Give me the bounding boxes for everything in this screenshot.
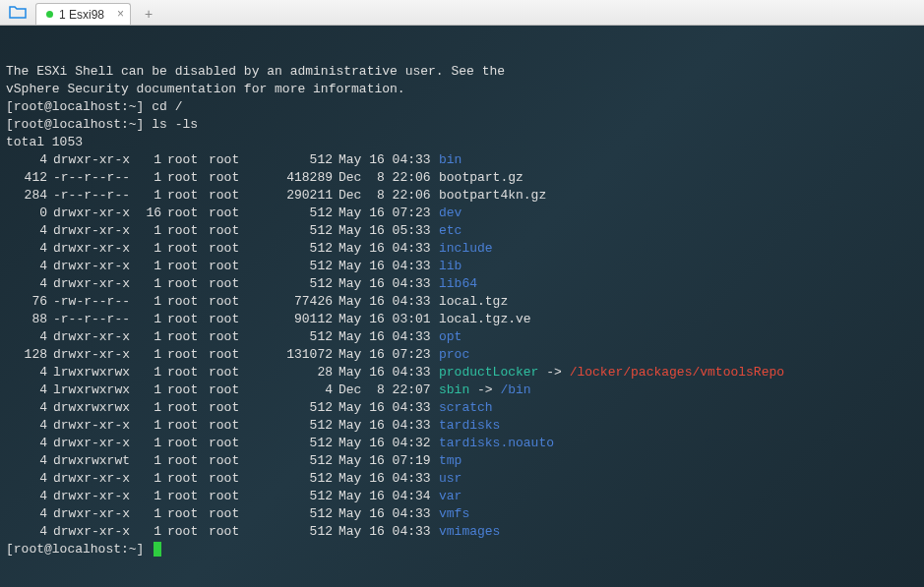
date: May 16 04:33	[333, 328, 433, 346]
blocks: 4	[6, 523, 47, 541]
owner: root	[161, 505, 203, 523]
link-count: 1	[126, 417, 161, 435]
list-item: 4drwxr-xr-x1rootroot512May 16 04:33vmima…	[6, 523, 918, 541]
blocks: 4	[6, 382, 47, 399]
list-item: 76-rw-r--r--1rootroot77426May 16 04:33lo…	[6, 293, 918, 311]
filename: dev	[433, 205, 462, 222]
permissions: drwxr-xr-x	[47, 258, 126, 275]
list-item: 4drwxr-xr-x1rootroot512May 16 04:33lib64	[6, 275, 918, 293]
size: 4	[256, 382, 333, 399]
list-item: 4drwxr-xr-x1rootroot512May 16 04:33inclu…	[6, 240, 918, 258]
owner: root	[161, 346, 203, 364]
group: root	[203, 523, 256, 541]
list-item: 4drwxrwxrwx1rootroot512May 16 04:33scrat…	[6, 399, 918, 417]
permissions: drwxr-xr-x	[47, 488, 126, 505]
permissions: drwxr-xr-x	[47, 240, 126, 258]
permissions: drwxr-xr-x	[47, 505, 126, 523]
filename: tardisks.noauto	[433, 435, 554, 452]
date: Dec 8 22:06	[333, 187, 433, 205]
size: 512	[256, 488, 333, 505]
permissions: drwxr-xr-x	[47, 205, 126, 222]
filename: bootpart.gz	[433, 169, 524, 187]
list-item: 0drwxr-xr-x16rootroot512May 16 07:23dev	[6, 205, 918, 222]
group: root	[203, 470, 256, 488]
blocks: 4	[6, 470, 47, 488]
group: root	[203, 505, 256, 523]
link-count: 1	[126, 311, 161, 328]
close-icon[interactable]: ×	[117, 8, 124, 20]
group: root	[203, 151, 256, 169]
size: 512	[256, 222, 333, 240]
owner: root	[161, 151, 203, 169]
blocks: 4	[6, 275, 47, 293]
owner: root	[161, 364, 203, 382]
list-item: 284-r--r--r--1rootroot290211Dec 8 22:06b…	[6, 187, 918, 205]
group: root	[203, 452, 256, 470]
permissions: drwxr-xr-x	[47, 435, 126, 452]
size: 512	[256, 523, 333, 541]
filename: etc	[433, 222, 462, 240]
size: 512	[256, 452, 333, 470]
filename: tardisks	[433, 417, 500, 435]
add-tab-button[interactable]: +	[137, 6, 160, 25]
size: 28	[256, 364, 333, 382]
filename: vmimages	[433, 523, 500, 541]
blocks: 4	[6, 328, 47, 346]
blocks: 4	[6, 151, 47, 169]
size: 512	[256, 417, 333, 435]
size: 512	[256, 240, 333, 258]
size: 512	[256, 435, 333, 452]
size: 512	[256, 205, 333, 222]
filename: bin	[433, 151, 462, 169]
link-count: 1	[126, 523, 161, 541]
permissions: drwxr-xr-x	[47, 470, 126, 488]
filename: include	[433, 240, 493, 258]
size: 90112	[256, 311, 333, 328]
symlink-target: /locker/packages/vmtoolsRepo	[570, 365, 784, 380]
list-item: 4drwxr-xr-x1rootroot512May 16 04:34var	[6, 488, 918, 505]
list-item: 4drwxr-xr-x1rootroot512May 16 04:33opt	[6, 328, 918, 346]
filename: lib64	[433, 275, 477, 293]
owner: root	[161, 169, 203, 187]
list-item: 412-r--r--r--1rootroot418289Dec 8 22:06b…	[6, 169, 918, 187]
blocks: 4	[6, 505, 47, 523]
filename: proc	[433, 346, 469, 364]
list-item: 4drwxrwxrwt1rootroot512May 16 07:19tmp	[6, 452, 918, 470]
list-item: 4drwxr-xr-x1rootroot512May 16 05:33etc	[6, 222, 918, 240]
filename: tmp	[433, 452, 462, 470]
link-count: 1	[126, 364, 161, 382]
owner: root	[161, 452, 203, 470]
list-item: 4drwxr-xr-x1rootroot512May 16 04:33lib	[6, 258, 918, 275]
link-count: 1	[126, 470, 161, 488]
permissions: drwxrwxrwt	[47, 452, 126, 470]
owner: root	[161, 470, 203, 488]
date: May 16 04:33	[333, 523, 433, 541]
tab-bar: 1 Esxi98 × +	[0, 0, 924, 26]
tab-esxi[interactable]: 1 Esxi98 ×	[35, 3, 131, 25]
date: Dec 8 22:06	[333, 169, 433, 187]
filename: bootpart4kn.gz	[433, 187, 546, 205]
group: root	[203, 258, 256, 275]
folder-icon[interactable]	[8, 2, 28, 22]
filename: lib	[433, 258, 462, 275]
link-count: 1	[126, 346, 161, 364]
size: 418289	[256, 169, 333, 187]
group: root	[203, 382, 256, 399]
list-item: 4lrwxrwxrwx1rootroot28May 16 04:33produc…	[6, 364, 918, 382]
terminal[interactable]: The ESXi Shell can be disabled by an adm…	[0, 26, 924, 587]
link-count: 1	[126, 275, 161, 293]
size: 512	[256, 399, 333, 417]
size: 131072	[256, 346, 333, 364]
permissions: -r--r--r--	[47, 169, 126, 187]
date: May 16 04:33	[333, 364, 433, 382]
owner: root	[161, 417, 203, 435]
owner: root	[161, 328, 203, 346]
blocks: 4	[6, 488, 47, 505]
group: root	[203, 240, 256, 258]
filename: opt	[433, 328, 462, 346]
link-count: 1	[126, 435, 161, 452]
owner: root	[161, 258, 203, 275]
group: root	[203, 311, 256, 328]
permissions: -r--r--r--	[47, 311, 126, 328]
size: 290211	[256, 187, 333, 205]
